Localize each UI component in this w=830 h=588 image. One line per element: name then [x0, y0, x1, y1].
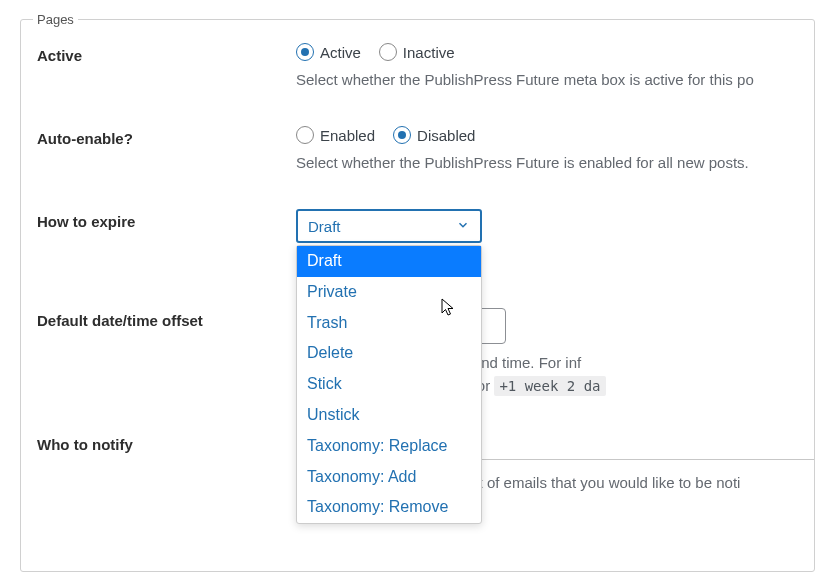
radio-icon [296, 43, 314, 61]
option-delete[interactable]: Delete [297, 338, 481, 369]
radio-active[interactable]: Active [296, 43, 361, 61]
code-chip: +1 week 2 da [494, 376, 605, 396]
radio-label: Active [320, 44, 361, 61]
label-offset: Default date/time offset [21, 292, 296, 329]
radio-disabled[interactable]: Disabled [393, 126, 475, 144]
row-active: Active Active Inactive Select whether th… [21, 27, 814, 110]
option-stick[interactable]: Stick [297, 369, 481, 400]
option-private[interactable]: Private [297, 277, 481, 308]
select-value: Draft [308, 218, 341, 235]
radio-label: Disabled [417, 127, 475, 144]
label-active: Active [21, 27, 296, 64]
option-trash[interactable]: Trash [297, 308, 481, 339]
radio-icon [393, 126, 411, 144]
option-tax-remove[interactable]: Taxonomy: Remove [297, 492, 481, 523]
option-draft[interactable]: Draft [297, 246, 481, 277]
row-expire: How to expire Draft Draft Private Trash … [21, 193, 814, 292]
label-expire: How to expire [21, 193, 296, 230]
hint-active: Select whether the PublishPress Future m… [296, 71, 814, 88]
expire-dropdown: Draft Private Trash Delete Stick Unstick… [296, 245, 482, 524]
row-autoenable: Auto-enable? Enabled Disabled Select whe… [21, 110, 814, 193]
label-autoenable: Auto-enable? [21, 110, 296, 147]
pages-fieldset: Pages Active Active Inactive Select whet… [20, 12, 815, 572]
radio-icon [379, 43, 397, 61]
radio-label: Enabled [320, 127, 375, 144]
radio-label: Inactive [403, 44, 455, 61]
chevron-down-icon [456, 218, 470, 235]
option-tax-add[interactable]: Taxonomy: Add [297, 462, 481, 493]
hint-autoenable: Select whether the PublishPress Future i… [296, 154, 814, 171]
fieldset-legend: Pages [33, 12, 78, 27]
label-notify: Who to notify [21, 416, 296, 453]
radio-enabled[interactable]: Enabled [296, 126, 375, 144]
radio-inactive[interactable]: Inactive [379, 43, 455, 61]
option-tax-replace[interactable]: Taxonomy: Replace [297, 431, 481, 462]
expire-select[interactable]: Draft [296, 209, 482, 243]
option-unstick[interactable]: Unstick [297, 400, 481, 431]
radio-icon [296, 126, 314, 144]
